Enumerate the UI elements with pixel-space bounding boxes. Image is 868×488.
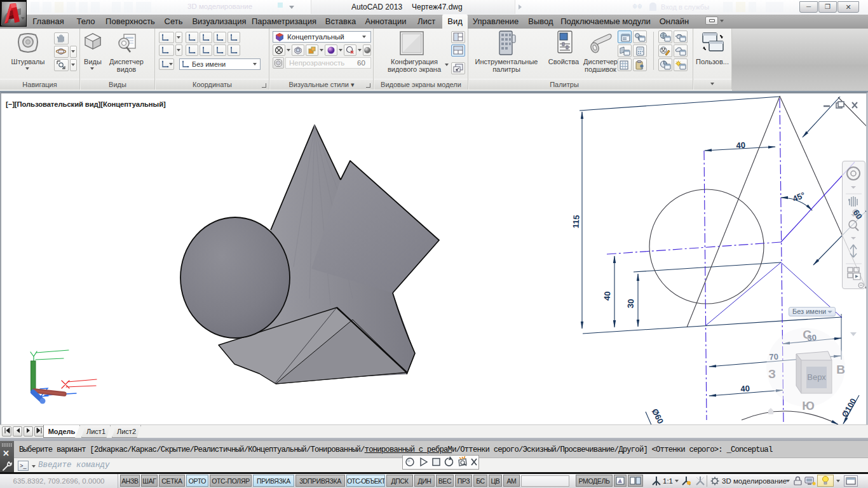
svg-text:В: В bbox=[836, 363, 845, 376]
svg-text:З: З bbox=[768, 367, 776, 381]
svg-text:Ø60: Ø60 bbox=[650, 407, 665, 424]
svg-text:Верх: Верх bbox=[807, 372, 826, 382]
svg-text:40: 40 bbox=[740, 384, 750, 394]
svg-text:40: 40 bbox=[602, 291, 613, 301]
svg-text:С: С bbox=[803, 328, 811, 341]
svg-text:Ю: Ю bbox=[802, 399, 815, 412]
svg-text:40: 40 bbox=[736, 140, 745, 151]
svg-text:45°: 45° bbox=[791, 190, 806, 203]
svg-text:60: 60 bbox=[851, 208, 864, 220]
svg-text:30: 30 bbox=[626, 299, 636, 308]
svg-text:115: 115 bbox=[571, 215, 581, 229]
